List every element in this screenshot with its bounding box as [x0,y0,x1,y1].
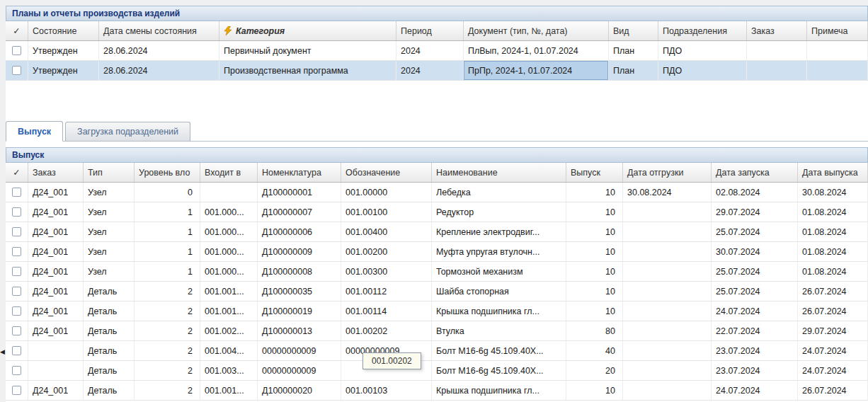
output-cell-designation[interactable]: 001.00202 [341,321,432,340]
output-cell-order[interactable]: Д24_001 [28,242,84,261]
output-row-select-cell[interactable] [6,183,28,202]
output-cell-output[interactable]: 10 [566,242,623,261]
output-cell-nomenclature[interactable]: Д100000007 [258,202,341,222]
plans-table-row[interactable]: Утвержден28.06.2024Первичный документ202… [6,41,868,61]
output-column-header-nomenclature[interactable]: Номенклатура [258,163,341,182]
output-cell-nomenclature[interactable]: 00000000009 [258,361,341,380]
output-cell-nomenclature[interactable]: Д100000013 [258,321,341,340]
output-table-row[interactable]: Д24_001Деталь2001.001...Д100000035001.00… [6,282,868,302]
output-cell-parent[interactable]: 001.000... [200,262,258,281]
output-cell-type[interactable]: Деталь [84,302,135,321]
plans-column-header-kind[interactable]: Вид [609,21,658,40]
output-table-row[interactable]: Д24_001Узел0Д100000001001.00000Лебедка10… [6,183,868,202]
output-cell-ship_date[interactable] [623,321,712,340]
output-cell-type[interactable]: Деталь [84,361,135,380]
output-table-row[interactable]: Д24_001Узел1001.000...Д100000008001.0030… [6,262,868,282]
output-column-header-parent[interactable]: Входит в [200,163,258,182]
output-cell-parent[interactable]: 001.003... [200,361,258,380]
plans-row-select-cell[interactable] [6,61,28,80]
output-row-select-cell[interactable] [6,242,28,261]
row-checkbox[interactable] [12,46,21,55]
output-cell-ship_date[interactable] [623,282,712,301]
output-row-select-cell[interactable] [6,381,28,400]
plans-cell-note[interactable] [807,41,868,60]
row-checkbox[interactable] [12,326,21,335]
output-cell-ship_date[interactable]: 30.08.2024 [623,183,712,202]
output-cell-output[interactable]: 20 [566,361,623,380]
output-row-select-cell[interactable] [6,341,28,360]
output-cell-order[interactable]: Д24_001 [28,321,84,340]
output-cell-name[interactable]: Крепление электродвиг... [432,222,566,241]
output-table-row[interactable]: Деталь2001.004...0000000000900000000009Б… [6,341,868,361]
output-cell-name[interactable]: Болт М16-6g 45.109.40Х... [432,361,566,380]
plans-cell-document[interactable]: ПрПр, 2024-1, 01.07.2024 [464,61,609,80]
plans-table-row[interactable]: Утвержден28.06.2024Производственная прог… [6,61,868,81]
output-cell-output[interactable]: 10 [566,262,623,281]
output-cell-nomenclature[interactable]: Д100000001 [258,183,341,202]
output-table-row[interactable]: Д24_001Деталь2001.002...Д100000013001.00… [6,321,868,341]
output-cell-level[interactable]: 2 [135,282,200,301]
output-cell-name[interactable]: Тормозной механизм [432,262,566,281]
row-checkbox[interactable] [12,247,21,256]
output-cell-parent[interactable]: 001.001... [200,302,258,321]
output-cell-designation[interactable]: 001.00300 [341,262,432,281]
plans-cell-state[interactable]: Утвержден [28,61,99,80]
plans-column-header-note[interactable]: Примеча [807,21,868,40]
output-table-row[interactable]: Д24_001Узел1001.000...Д100000007001.0010… [6,202,868,222]
output-select-all-header[interactable]: ✓ [6,163,28,182]
output-column-header-start_date[interactable]: Дата запуска [712,163,798,182]
output-cell-order[interactable]: Д24_001 [28,302,84,321]
plans-column-header-order[interactable]: Заказ [747,21,807,40]
output-cell-release_date[interactable]: 01.08.2024 [798,242,868,261]
output-cell-release_date[interactable]: 24.07.2024 [798,361,868,380]
output-cell-output[interactable]: 10 [566,222,623,241]
output-cell-type[interactable]: Деталь [84,341,135,360]
output-cell-output[interactable]: 40 [566,341,623,360]
plans-cell-division[interactable]: ПДО [658,61,747,80]
output-table-row[interactable]: Д24_001Узел1001.000...Д100000009001.0020… [6,242,868,262]
output-table-row[interactable]: Д24_001Узел1001.000...Д100000006001.0040… [6,222,868,242]
output-cell-release_date[interactable]: 01.08.2024 [798,202,868,222]
plans-column-header-state_date[interactable]: Дата смены состояния [99,21,219,40]
output-cell-start_date[interactable]: 22.07.2024 [712,321,798,340]
output-cell-type[interactable]: Узел [84,262,135,281]
plans-cell-kind[interactable]: План [609,41,658,60]
output-cell-designation[interactable]: 001.00200 [341,242,432,261]
output-cell-level[interactable]: 1 [135,242,200,261]
output-cell-name[interactable]: Шайба стопорная [432,282,566,301]
output-column-header-name[interactable]: Наименование [432,163,566,182]
plans-column-header-state[interactable]: Состояние [28,21,99,40]
output-cell-parent[interactable] [200,183,258,202]
output-cell-type[interactable]: Деталь [84,321,135,340]
output-cell-release_date[interactable]: 01.08.2024 [798,222,868,241]
output-cell-level[interactable]: 2 [135,381,200,400]
output-cell-parent[interactable]: 001.001... [200,282,258,301]
row-checkbox[interactable] [12,366,21,375]
output-cell-output[interactable]: 10 [566,381,623,400]
row-checkbox[interactable] [12,306,21,316]
output-column-header-designation[interactable]: Обозначение [341,163,432,182]
output-cell-order[interactable]: Д24_001 [28,381,84,400]
plans-column-header-category[interactable]: Категория [219,21,396,40]
output-cell-parent[interactable]: 001.000... [200,202,258,222]
output-cell-level[interactable]: 1 [135,262,200,281]
tab-vypusk[interactable]: Выпуск [6,121,63,142]
output-cell-output[interactable]: 10 [566,282,623,301]
plans-cell-document[interactable]: ПлВып, 2024-1, 01.07.2024 [464,41,609,60]
output-cell-nomenclature[interactable]: Д100000020 [258,381,341,400]
output-cell-start_date[interactable]: 02.08.2024 [712,183,798,202]
output-cell-release_date[interactable]: 26.07.2024 [798,302,868,321]
plans-row-select-cell[interactable] [6,41,28,60]
output-cell-output[interactable]: 10 [566,202,623,222]
output-cell-start_date[interactable]: 23.07.2024 [712,361,798,380]
plans-cell-kind[interactable]: План [609,61,658,80]
tab-zagruzka-podrazdelenij[interactable]: Загрузка подразделений [65,122,190,141]
output-row-select-cell[interactable] [6,262,28,281]
output-cell-designation[interactable]: 001.00100 [341,202,432,222]
output-cell-order[interactable]: Д24_001 [28,202,84,222]
output-cell-start_date[interactable]: 25.07.2024 [712,282,798,301]
row-checkbox[interactable] [12,267,21,276]
plans-column-header-document[interactable]: Документ (тип, №, дата) [464,21,609,40]
plans-select-all-header[interactable]: ✓ [6,21,28,40]
output-cell-order[interactable]: Д24_001 [28,282,84,301]
